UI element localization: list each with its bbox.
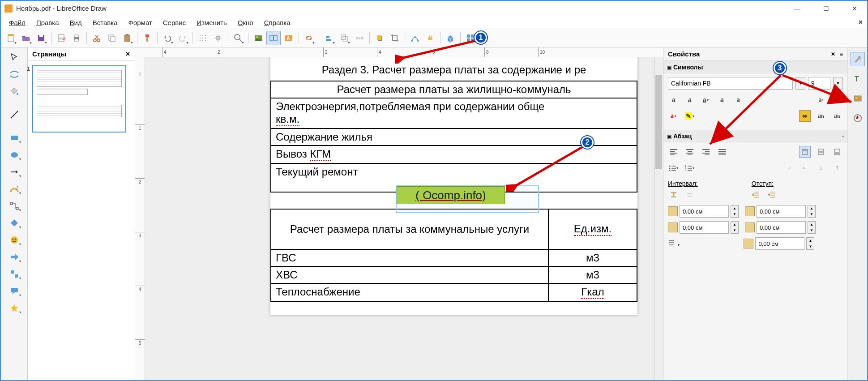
align-button[interactable]: ▼: [322, 31, 336, 45]
sidebar-tab-properties[interactable]: [851, 52, 865, 66]
decrease-font-button[interactable]: a↓: [831, 94, 843, 106]
menu-format[interactable]: Формат: [124, 18, 156, 27]
section-paragraph[interactable]: ▣ Абзац ▫: [663, 130, 847, 142]
menu-view[interactable]: Вид: [65, 18, 86, 27]
indent-firstline-stepper[interactable]: ▲▼: [806, 237, 814, 250]
highlight-button[interactable]: ✎ ▼: [684, 110, 696, 122]
insert-textbox-button[interactable]: T: [266, 31, 281, 45]
block-arrows-tool[interactable]: ▼: [4, 250, 24, 264]
menu-edit[interactable]: Правка: [32, 18, 64, 27]
italic-button[interactable]: a: [684, 94, 696, 106]
valign-top-button[interactable]: [799, 146, 811, 158]
page-viewport[interactable]: Раздел 3. Расчет размера платы за содерж…: [145, 57, 654, 380]
select-tool[interactable]: [4, 50, 24, 64]
properties-close-icon[interactable]: ✕: [831, 51, 835, 57]
insert-hyperlink-button[interactable]: ▼: [302, 31, 316, 45]
export-pdf-button[interactable]: PDF: [54, 31, 68, 45]
distribute-button[interactable]: [352, 31, 367, 45]
font-name-input[interactable]: [668, 77, 793, 90]
bullet-list-button[interactable]: ▼: [668, 162, 680, 174]
properties-menu-icon[interactable]: ≡: [840, 51, 843, 57]
basic-shapes-tool[interactable]: ▼: [4, 216, 24, 230]
line-color-tool[interactable]: [4, 67, 24, 81]
menu-tools[interactable]: Сервис: [158, 18, 190, 27]
increase-spacing-icon[interactable]: [668, 189, 680, 201]
save-button[interactable]: ▼: [34, 31, 48, 45]
insert-image-button[interactable]: [251, 31, 265, 45]
sidebar-tab-navigator[interactable]: [851, 111, 865, 125]
align-center-button[interactable]: [684, 146, 696, 158]
space-above-input[interactable]: [680, 205, 729, 218]
ltr-button[interactable]: →: [783, 162, 795, 174]
section-more-icon[interactable]: ▫: [842, 133, 844, 139]
align-left-button[interactable]: [668, 146, 680, 158]
grid-button[interactable]: [196, 31, 210, 45]
menu-window[interactable]: Окно: [233, 18, 258, 27]
menu-help[interactable]: Справка: [260, 18, 295, 27]
increase-font-button[interactable]: a↑: [815, 94, 827, 106]
font-size-dropdown[interactable]: ▼: [833, 77, 843, 90]
indent-left-stepper[interactable]: ▲▼: [808, 205, 816, 218]
redo-button[interactable]: ▼: [175, 31, 190, 45]
callout-tool[interactable]: ▼: [4, 284, 24, 298]
arrow-line-tool[interactable]: ▼: [4, 165, 24, 179]
helplines-button[interactable]: [211, 31, 225, 45]
inserted-text[interactable]: ( Ocomp.info): [397, 186, 505, 204]
sidebar-tab-styles[interactable]: T: [851, 72, 865, 86]
maximize-button[interactable]: ☐: [817, 2, 835, 15]
menu-insert[interactable]: Вставка: [88, 18, 122, 27]
vertical-scrollbar[interactable]: [654, 57, 663, 380]
indent-firstline-input[interactable]: [755, 237, 804, 250]
valign-bottom-button[interactable]: [831, 146, 843, 158]
crop-button[interactable]: [388, 31, 402, 45]
strikethrough-button[interactable]: a: [716, 94, 728, 106]
symbol-shapes-tool[interactable]: ▼: [4, 233, 24, 247]
inserted-text-frame[interactable]: ( Ocomp.info): [396, 185, 539, 213]
align-right-button[interactable]: [700, 146, 712, 158]
undo-button[interactable]: ▼: [160, 31, 175, 45]
cut-button[interactable]: [90, 31, 104, 45]
rectangle-tool[interactable]: ▼: [4, 131, 24, 145]
minimize-button[interactable]: —: [788, 2, 806, 15]
valign-middle-button[interactable]: [815, 146, 827, 158]
sidebar-tab-gallery[interactable]: [851, 91, 865, 106]
close-document-button[interactable]: ×: [859, 18, 863, 26]
number-list-button[interactable]: 123 ▼: [684, 162, 696, 174]
underline-button[interactable]: a ▼: [700, 94, 712, 106]
ttb-button[interactable]: ↓: [815, 162, 827, 174]
flowchart-tool[interactable]: ▼: [4, 267, 24, 281]
extrusion-button[interactable]: [443, 31, 458, 45]
menu-file[interactable]: Файл: [4, 18, 30, 27]
font-size-input[interactable]: [808, 77, 830, 90]
space-below-input[interactable]: [680, 221, 729, 234]
space-above-stepper[interactable]: ▲▼: [731, 205, 739, 218]
vertical-ruler[interactable]: 1 1 2 3 4 5: [135, 57, 145, 380]
shadow-button[interactable]: [372, 31, 387, 45]
shadow-text-button[interactable]: a: [732, 94, 744, 106]
pages-panel-close-icon[interactable]: ✕: [125, 51, 130, 57]
edit-points-button[interactable]: [408, 31, 422, 45]
copy-button[interactable]: [105, 31, 119, 45]
horizontal-ruler[interactable]: 4 2 2 4 6 8 10: [135, 47, 663, 57]
stars-tool[interactable]: ▼: [4, 301, 24, 315]
arrange-button[interactable]: ▼: [337, 31, 351, 45]
indent-left-input[interactable]: [757, 205, 806, 218]
char-spacing-button[interactable]: ⬌: [799, 110, 811, 122]
menu-modify[interactable]: Изменить: [192, 18, 231, 27]
section-characters[interactable]: ▣ Символы: [663, 61, 847, 73]
new-button[interactable]: ▼: [4, 31, 18, 45]
close-button[interactable]: ✕: [846, 2, 864, 15]
space-below-stepper[interactable]: ▲▼: [731, 221, 739, 234]
superscript-button[interactable]: ab: [815, 110, 827, 122]
line-tool[interactable]: [4, 107, 24, 122]
fill-color-tool[interactable]: [4, 84, 24, 98]
indent-right-input[interactable]: [757, 221, 806, 234]
decrease-spacing-icon[interactable]: [684, 189, 696, 201]
open-button[interactable]: ▼: [19, 31, 33, 45]
increase-indent-icon[interactable]: [749, 189, 761, 201]
glue-points-button[interactable]: [423, 31, 437, 45]
rtl-button[interactable]: ←: [799, 162, 811, 174]
font-color-button[interactable]: a ▼: [668, 110, 680, 122]
ellipse-tool[interactable]: ▼: [4, 148, 24, 162]
indent-right-stepper[interactable]: ▲▼: [808, 221, 816, 234]
